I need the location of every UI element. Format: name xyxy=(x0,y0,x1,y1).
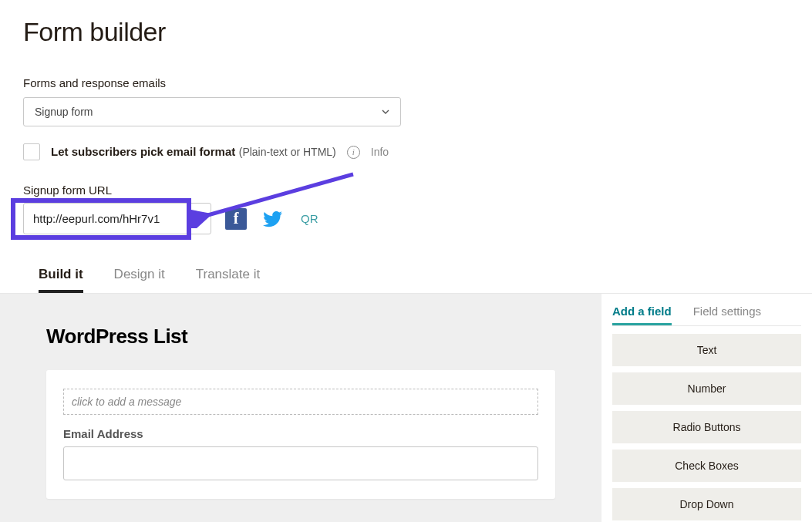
info-label: Info xyxy=(371,146,389,158)
twitter-icon[interactable] xyxy=(261,208,287,230)
forms-section-label: Forms and response emails xyxy=(23,76,789,89)
field-option-text[interactable]: Text xyxy=(612,334,801,366)
sidebar-tab-add-field[interactable]: Add a field xyxy=(612,305,672,325)
checkbox-label-suffix: (Plain-text or HTML) xyxy=(239,146,336,158)
tab-design[interactable]: Design it xyxy=(114,267,165,293)
form-canvas: WordPress List click to add a message Em… xyxy=(0,294,601,522)
sidebar-tab-field-settings[interactable]: Field settings xyxy=(693,305,761,325)
page-title: Form builder xyxy=(23,17,789,47)
qr-link[interactable]: QR xyxy=(301,212,318,225)
form-select[interactable]: Signup form xyxy=(23,97,401,126)
email-field-input[interactable] xyxy=(63,446,538,480)
chevron-down-icon xyxy=(382,108,389,116)
email-field-label: Email Address xyxy=(63,427,538,440)
info-icon[interactable]: i xyxy=(347,146,360,159)
field-option-radio[interactable]: Radio Buttons xyxy=(612,411,801,443)
field-option-dropdown[interactable]: Drop Down xyxy=(612,488,801,520)
url-section-label: Signup form URL xyxy=(23,184,789,197)
checkbox-label-main: Let subscribers pick email format xyxy=(51,145,235,158)
tab-build[interactable]: Build it xyxy=(39,267,83,293)
email-format-label: Let subscribers pick email format (Plain… xyxy=(51,145,336,159)
field-option-checkbox[interactable]: Check Boxes xyxy=(612,450,801,482)
email-format-checkbox[interactable] xyxy=(23,143,40,160)
tab-translate[interactable]: Translate it xyxy=(196,267,260,293)
form-select-value: Signup form xyxy=(35,106,93,118)
form-preview-title: WordPress List xyxy=(46,325,555,349)
field-option-number[interactable]: Number xyxy=(612,372,801,405)
form-card: click to add a message Email Address xyxy=(46,370,555,499)
form-message-placeholder[interactable]: click to add a message xyxy=(63,389,538,415)
facebook-icon[interactable]: f xyxy=(225,208,247,230)
field-sidebar: Add a field Field settings Text Number R… xyxy=(601,294,812,522)
signup-url-input[interactable] xyxy=(23,203,211,234)
